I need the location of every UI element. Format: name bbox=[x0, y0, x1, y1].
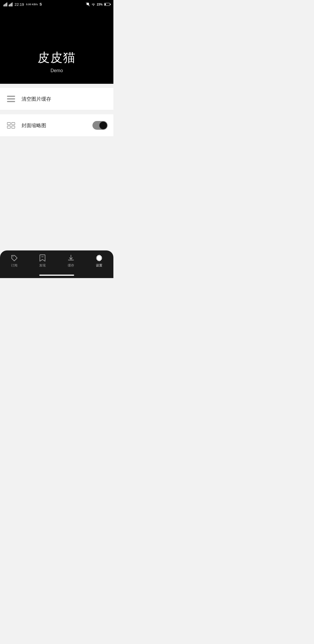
svg-rect-16 bbox=[12, 126, 15, 128]
toggle-thumb bbox=[99, 122, 107, 129]
nav-item-subscribe[interactable]: 订阅 bbox=[0, 254, 28, 268]
svg-rect-1 bbox=[5, 4, 6, 7]
svg-rect-7 bbox=[12, 3, 13, 7]
signal-4g bbox=[3, 2, 8, 6]
time: 22:19 bbox=[15, 2, 24, 7]
svg-point-17 bbox=[13, 256, 13, 257]
settings-list: 清空图片缓存 封面缩略图 bbox=[0, 84, 113, 250]
indicator-bar bbox=[39, 275, 74, 276]
svg-rect-5 bbox=[10, 4, 11, 7]
settings-item-clear-cache[interactable]: 清空图片缓存 bbox=[0, 88, 113, 110]
download-icon bbox=[67, 254, 75, 262]
bottom-nav: 订阅 发现 缓存 设置 bbox=[0, 250, 113, 273]
svg-rect-13 bbox=[7, 122, 10, 125]
svg-rect-11 bbox=[7, 98, 15, 99]
svg-point-9 bbox=[93, 5, 94, 6]
signal-4ghd bbox=[9, 2, 13, 6]
nav-label-discover: 发现 bbox=[39, 263, 46, 268]
battery-percent: 23% bbox=[97, 3, 103, 6]
svg-rect-14 bbox=[12, 122, 15, 125]
settings-item-cover-thumbnail[interactable]: 封面缩略图 bbox=[0, 114, 113, 137]
status-left: 22:19 0.00 KB/s S bbox=[3, 2, 42, 7]
grid-icon bbox=[6, 120, 16, 131]
wifi-icon bbox=[91, 2, 95, 6]
nav-label-cache: 缓存 bbox=[68, 263, 74, 268]
svg-rect-6 bbox=[11, 3, 12, 6]
skype-icon: S bbox=[40, 2, 42, 6]
battery-icon bbox=[104, 3, 110, 6]
bell-mute-icon bbox=[86, 2, 90, 6]
toggle-track bbox=[92, 121, 108, 130]
cover-thumbnail-toggle[interactable] bbox=[92, 121, 108, 130]
bookmark-icon bbox=[38, 254, 47, 262]
svg-rect-0 bbox=[3, 5, 4, 6]
nav-label-settings: 设置 bbox=[96, 263, 102, 268]
gear-icon bbox=[95, 254, 103, 262]
tag-icon bbox=[10, 254, 18, 262]
status-right: 23% bbox=[86, 2, 110, 6]
cover-thumbnail-label: 封面缩略图 bbox=[22, 122, 87, 129]
bottom-indicator bbox=[0, 273, 113, 278]
clear-cache-label: 清空图片缓存 bbox=[22, 96, 108, 102]
svg-rect-18 bbox=[41, 257, 44, 257]
speed: 0.00 KB/s bbox=[26, 3, 38, 6]
status-bar: 22:19 0.00 KB/s S 23% bbox=[0, 0, 113, 8]
lines-icon bbox=[6, 94, 16, 104]
nav-item-discover[interactable]: 发现 bbox=[28, 254, 57, 268]
nav-item-cache[interactable]: 缓存 bbox=[57, 254, 85, 268]
app-subtitle: Demo bbox=[51, 68, 63, 73]
app-title: 皮皮猫 bbox=[38, 49, 76, 66]
hero-section: 皮皮猫 Demo bbox=[0, 8, 113, 84]
svg-rect-10 bbox=[7, 96, 15, 97]
svg-rect-12 bbox=[7, 101, 15, 102]
nav-label-subscribe: 订阅 bbox=[11, 263, 17, 268]
svg-rect-3 bbox=[7, 3, 8, 7]
nav-item-settings[interactable]: 设置 bbox=[85, 254, 114, 268]
svg-rect-4 bbox=[9, 5, 10, 6]
svg-rect-2 bbox=[6, 3, 6, 6]
svg-rect-15 bbox=[7, 126, 10, 128]
